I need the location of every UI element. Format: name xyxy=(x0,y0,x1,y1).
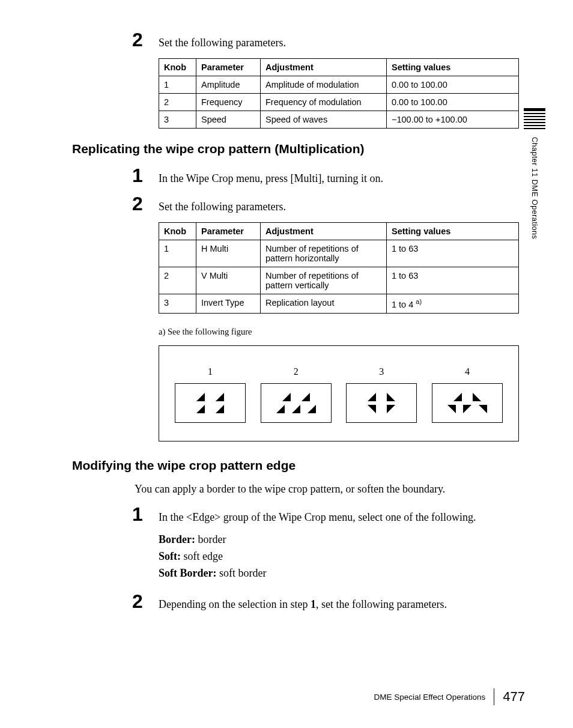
triangle-icon xyxy=(216,405,224,413)
figure-item-1: 1 xyxy=(175,366,246,423)
figure-box xyxy=(175,383,246,423)
edge-options: Border: border Soft: soft edge Soft Bord… xyxy=(159,532,525,582)
tab-lines-icon xyxy=(524,108,545,131)
triangle-icon xyxy=(308,405,316,413)
triangle-icon xyxy=(453,393,462,401)
th-knob: Knob xyxy=(159,59,196,76)
step-first-2: 2 Set the following parameters. xyxy=(72,29,525,51)
figure-item-2: 2 xyxy=(261,366,332,423)
triangle-icon xyxy=(473,393,481,401)
chapter-label: Chapter 11 DME Operations xyxy=(530,137,539,239)
parameters-table-2: Knob Parameter Adjustment Setting values… xyxy=(159,222,519,314)
th-adjustment: Adjustment xyxy=(261,59,387,76)
table-row: 1 H Multi Number of repetitions of patte… xyxy=(159,240,519,267)
figure-box xyxy=(261,383,332,423)
triangle-icon xyxy=(292,405,300,413)
step-text: In the Wipe Crop menu, press [Multi], tu… xyxy=(159,171,383,187)
th-setting-values: Setting values xyxy=(387,223,519,240)
step-text: Depending on the selection in step 1, se… xyxy=(159,596,447,613)
step-edge-1: 1 In the <Edge> group of the Wipe Crop m… xyxy=(72,503,525,526)
figure-box xyxy=(432,383,503,423)
option-value: soft edge xyxy=(181,550,223,562)
table-header-row: Knob Parameter Adjustment Setting values xyxy=(159,223,519,240)
footer-divider xyxy=(494,688,494,705)
th-adjustment: Adjustment xyxy=(261,223,387,240)
step-text: Set the following parameters. xyxy=(159,199,286,215)
table-row: 3 Invert Type Replication layout 1 to 4 … xyxy=(159,294,519,314)
triangle-icon xyxy=(216,393,224,401)
step-multi-1: 1 In the Wipe Crop menu, press [Multi], … xyxy=(72,165,525,187)
triangle-icon xyxy=(276,405,285,413)
triangle-icon xyxy=(196,393,205,401)
step-number: 2 xyxy=(132,193,159,215)
footnote-marker: a) xyxy=(416,298,422,305)
option-value: border xyxy=(195,533,226,545)
figure-label: 1 xyxy=(175,366,246,377)
triangle-icon xyxy=(447,405,456,413)
step-number: 2 xyxy=(132,590,159,613)
step-edge-2: 2 Depending on the selection in step 1, … xyxy=(72,590,525,613)
step-multi-2: 2 Set the following parameters. xyxy=(72,193,525,215)
triangle-icon xyxy=(368,393,376,401)
triangle-icon xyxy=(282,393,291,401)
section-heading-replicating: Replicating the wipe crop pattern (Multi… xyxy=(72,142,525,156)
step-number: 1 xyxy=(132,165,159,187)
page-number: 477 xyxy=(503,689,525,705)
body-paragraph: You can apply a border to the wipe crop … xyxy=(135,481,525,497)
step-text: Set the following parameters. xyxy=(159,35,286,51)
section-heading-edge: Modifying the wipe crop pattern edge xyxy=(72,458,525,473)
th-parameter: Parameter xyxy=(196,59,261,76)
option-label: Soft Border: xyxy=(159,567,216,579)
parameters-table-1: Knob Parameter Adjustment Setting values… xyxy=(159,58,519,129)
th-setting-values: Setting values xyxy=(387,59,519,76)
figure-label: 2 xyxy=(261,366,332,377)
chapter-tab: Chapter 11 DME Operations xyxy=(524,108,545,239)
footer-section-title: DME Special Effect Operations xyxy=(374,693,485,702)
option-value: soft border xyxy=(216,567,266,579)
figure-item-4: 4 xyxy=(432,366,503,423)
figure-item-3: 3 xyxy=(346,366,417,423)
triangle-icon xyxy=(387,393,395,401)
step-number: 2 xyxy=(132,29,159,51)
step-number: 1 xyxy=(132,503,159,526)
option-label: Soft: xyxy=(159,550,181,562)
figure-label: 3 xyxy=(346,366,417,377)
table-row: 2 V Multi Number of repetitions of patte… xyxy=(159,267,519,294)
option-label: Border: xyxy=(159,533,195,545)
figure-box xyxy=(346,383,417,423)
triangle-icon xyxy=(463,405,471,413)
table-row: 1 Amplitude Amplitude of modulation 0.00… xyxy=(159,76,519,94)
triangle-icon xyxy=(387,405,395,413)
replication-layout-figure: 1 2 3 4 xyxy=(159,345,519,441)
page-footer: DME Special Effect Operations 477 xyxy=(374,688,525,705)
step-text: In the <Edge> group of the Wipe Crop men… xyxy=(159,509,476,526)
triangle-icon xyxy=(196,405,205,413)
th-knob: Knob xyxy=(159,223,196,240)
table-header-row: Knob Parameter Adjustment Setting values xyxy=(159,59,519,76)
triangle-icon xyxy=(479,405,487,413)
table-row: 2 Frequency Frequency of modulation 0.00… xyxy=(159,94,519,111)
footnote-a: a) See the following figure xyxy=(159,327,525,337)
triangle-icon xyxy=(302,393,310,401)
table-row: 3 Speed Speed of waves −100.00 to +100.0… xyxy=(159,111,519,129)
figure-label: 4 xyxy=(432,366,503,377)
step-reference: 1 xyxy=(311,598,316,610)
th-parameter: Parameter xyxy=(196,223,261,240)
triangle-icon xyxy=(368,405,376,413)
